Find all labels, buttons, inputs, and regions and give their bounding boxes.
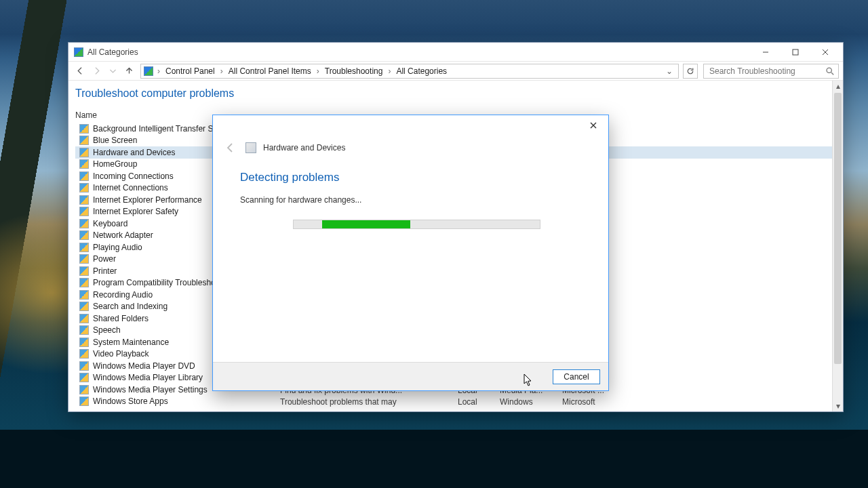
troubleshooter-icon — [79, 325, 89, 335]
list-item-label: Blue Screen — [93, 136, 137, 145]
list-item-label: Internet Explorer Performance — [93, 195, 202, 205]
breadcrumb[interactable]: All Control Panel Items — [227, 66, 313, 76]
dialog-close-button[interactable] — [581, 117, 606, 134]
troubleshooter-icon — [79, 183, 89, 192]
vertical-scrollbar[interactable]: ▴ ▾ — [832, 81, 843, 411]
breadcrumb[interactable]: Control Panel — [164, 66, 216, 76]
svg-rect-0 — [793, 49, 798, 55]
detail-cell: Local — [458, 397, 492, 407]
app-icon — [74, 47, 83, 57]
list-item-label: Keyboard — [93, 219, 127, 228]
chevron-right-icon: › — [387, 66, 392, 76]
list-item-label: Windows Media Player DVD — [93, 361, 195, 371]
list-item-label: System Maintenance — [93, 338, 169, 347]
list-item-label: Windows Media Player Settings — [93, 385, 208, 394]
troubleshooter-icon — [79, 171, 89, 181]
search-box[interactable] — [703, 64, 839, 79]
list-item-label: Background Intelligent Transfer Se — [93, 124, 218, 134]
nav-forward-button[interactable] — [89, 64, 104, 79]
minimize-button[interactable] — [751, 43, 781, 62]
troubleshooter-icon — [79, 243, 89, 252]
nav-toolbar: › Control Panel › All Control Panel Item… — [68, 62, 843, 81]
detail-cell: Microsoft — [562, 397, 616, 407]
scroll-up-icon[interactable]: ▴ — [833, 81, 843, 92]
list-item-label: Internet Connections — [93, 183, 168, 192]
dialog-heading: Detecting problems — [240, 171, 581, 184]
scroll-down-icon[interactable]: ▾ — [833, 401, 843, 411]
svg-point-1 — [827, 68, 831, 73]
dialog-back-button — [222, 140, 239, 156]
cancel-button[interactable]: Cancel — [553, 369, 600, 384]
list-item-label: Incoming Connections — [93, 171, 174, 181]
list-item-label: Windows Media Player Library — [93, 373, 203, 382]
troubleshooter-icon — [79, 385, 89, 394]
list-item-label: Program Compatibility Troublesho — [93, 278, 216, 287]
troubleshooter-icon — [79, 302, 89, 311]
troubleshooter-icon — [79, 230, 89, 240]
chevron-right-icon: › — [156, 66, 161, 76]
maximize-button[interactable] — [781, 43, 810, 62]
dialog-message: Scanning for hardware changes... — [240, 195, 581, 205]
detail-cell: Windows — [500, 397, 554, 407]
chevron-right-icon: › — [219, 66, 224, 76]
troubleshooter-icon — [79, 266, 89, 276]
window-title: All Categories — [87, 47, 138, 57]
nav-up-button[interactable] — [121, 64, 136, 79]
troubleshooter-icon — [79, 373, 89, 382]
troubleshooter-icon — [79, 338, 89, 347]
troubleshooter-icon — [79, 278, 89, 287]
close-button[interactable] — [810, 43, 840, 62]
list-item-label: HomeGroup — [93, 159, 137, 169]
troubleshooter-icon — [79, 396, 89, 406]
troubleshooter-icon — [79, 361, 89, 371]
troubleshooter-icon — [79, 136, 89, 145]
progress-chunk — [322, 220, 410, 228]
progress-bar — [293, 220, 540, 229]
address-bar[interactable]: › Control Panel › All Control Panel Item… — [140, 64, 679, 79]
troubleshooter-icon — [79, 159, 89, 169]
list-item-label: Recording Audio — [93, 290, 153, 300]
dialog-title: Hardware and Devices — [263, 143, 345, 152]
dialog-icon — [245, 142, 256, 153]
list-item-label: Power — [93, 254, 116, 264]
troubleshooter-icon — [79, 314, 89, 323]
troubleshooter-icon — [79, 219, 89, 228]
nav-recent-dropdown[interactable] — [105, 64, 120, 79]
refresh-button[interactable] — [683, 64, 698, 79]
list-item-label: Hardware and Devices — [93, 148, 175, 157]
page-title: Troubleshoot computer problems — [75, 87, 836, 100]
list-item-label: Video Playback — [93, 349, 149, 359]
list-item-label: Internet Explorer Safety — [93, 207, 178, 216]
troubleshooter-icon — [79, 254, 89, 264]
list-item-label: Windows Store Apps — [93, 396, 168, 406]
nav-back-button[interactable] — [73, 64, 87, 79]
window-titlebar[interactable]: All Categories — [68, 43, 843, 62]
breadcrumb[interactable]: Troubleshooting — [323, 66, 384, 76]
troubleshooter-icon — [79, 148, 89, 157]
list-item-label: Printer — [93, 266, 117, 276]
list-item-label: Playing Audio — [93, 243, 142, 252]
list-item-label: Network Adapter — [93, 230, 153, 240]
breadcrumb[interactable]: All Categories — [395, 66, 448, 76]
troubleshooter-icon — [79, 124, 89, 134]
list-item-label: Search and Indexing — [93, 302, 167, 311]
list-item-label: Speech — [93, 325, 121, 335]
search-input[interactable] — [708, 66, 825, 77]
desktop-wallpaper: All Categories — [0, 0, 868, 488]
troubleshooter-icon — [79, 195, 89, 205]
list-item-label: Shared Folders — [93, 314, 149, 323]
address-dropdown-icon[interactable]: ⌄ — [663, 66, 675, 76]
troubleshooter-icon — [79, 349, 89, 359]
scroll-thumb[interactable] — [834, 93, 842, 364]
detail-cell: Troubleshoot problems that may — [280, 397, 450, 407]
chevron-right-icon: › — [315, 66, 321, 76]
troubleshooter-dialog: Hardware and Devices Detecting problems … — [212, 115, 609, 391]
address-icon — [144, 66, 153, 76]
troubleshooter-icon — [79, 290, 89, 300]
troubleshooter-icon — [79, 207, 89, 216]
dialog-titlebar[interactable] — [213, 115, 608, 136]
search-icon — [825, 66, 834, 75]
